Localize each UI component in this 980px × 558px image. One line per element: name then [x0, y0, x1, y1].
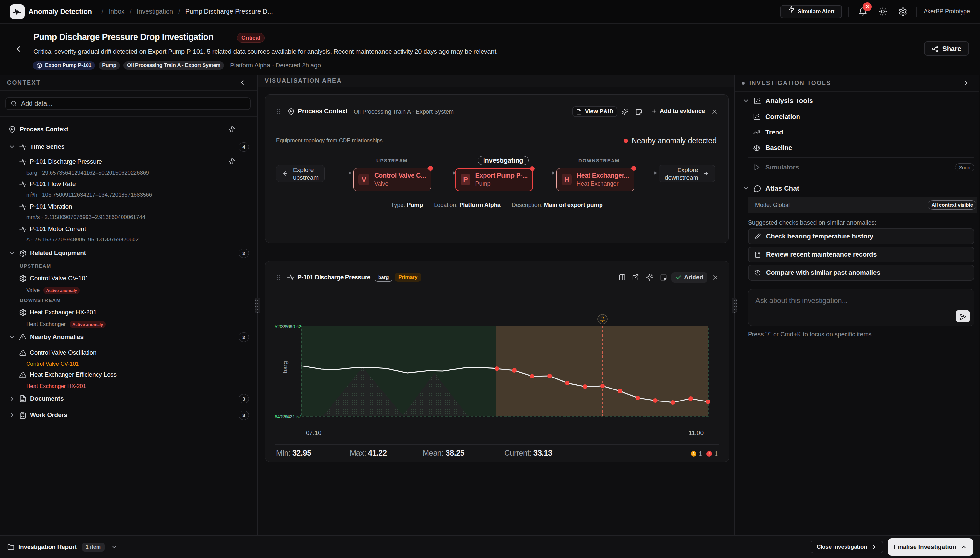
- svg-text:07:10: 07:10: [306, 429, 322, 436]
- svg-text:38.69: 38.69: [281, 324, 292, 329]
- svg-text:barg: barg: [282, 361, 289, 373]
- svg-text:11:00: 11:00: [689, 429, 704, 436]
- svg-text:25.62: 25.62: [281, 414, 292, 419]
